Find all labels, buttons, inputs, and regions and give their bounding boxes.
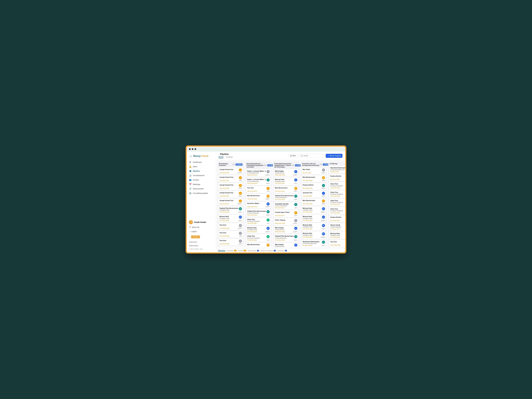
sidebar-item-pipeline[interactable]: ▦ Pipeline (187, 169, 216, 173)
avatar: JA (239, 168, 242, 171)
card-id: VPO-2023-0095 (275, 199, 285, 200)
interessenten-icon: 🔗 (189, 188, 191, 190)
search-input[interactable] (304, 155, 323, 157)
list-item[interactable]: Mira MustermannMMVPO-2023-009815EH (301, 175, 326, 182)
list-item[interactable]: Michael Held& Angelina HeldMHAST-2023-00… (246, 226, 271, 234)
sidebar-item-umsatzbericht[interactable]: 📊 Umsatzbericht (187, 173, 216, 177)
list-item[interactable]: Mar ClientMCSS-Kuh-792010EH (301, 167, 326, 175)
sidebar-item-dashboard[interactable]: ⊞ Dashboard (187, 160, 216, 164)
list-item[interactable]: Will Ichhabe& Maria Will SoWIDWA-2023-00… (274, 169, 298, 177)
sidebar-link-impressum[interactable]: Impressum (187, 240, 216, 244)
card-amount: 50EH (238, 211, 242, 213)
sidebar-item-demo[interactable]: 📍 Demo-GS (187, 225, 216, 229)
list-item[interactable]: Client Test& Joshua ContractorCTJTE-2024… (329, 207, 345, 215)
list-item[interactable]: Daniel111 WalterDWDWA-2023-0097222EH (246, 202, 271, 209)
list-item[interactable]: Paulina EhrlichPEAS-Picea-0735 (329, 174, 345, 181)
card-name: Test User (219, 240, 226, 241)
sidebar-item-inbox[interactable]: 🔔 Inbox (187, 164, 216, 169)
list-item[interactable]: Test TestTTSSU-2023-0008 (329, 240, 345, 247)
list-item[interactable]: Joseph Actual TestJAJSA-2023-0078212EH (218, 167, 243, 175)
list-item[interactable]: Will Ichhabe& Maria Will SoWIDWA-2023-00… (274, 226, 298, 234)
list-item[interactable]: Mira MustermannMMVPO-2024-... (218, 246, 243, 247)
list-item[interactable]: Client Test& Joshua ContractorCTJTE-2023… (246, 217, 271, 225)
column-header: In Klärung (328, 162, 345, 165)
bottom-tab-kombination[interactable]: Kombination4 (248, 250, 259, 252)
list-item[interactable]: Paulina EhrlichPEEST-2024-0005 (329, 215, 345, 222)
list-item[interactable]: Test UserGTGTE-2023-009010EH (218, 239, 243, 246)
list-item[interactable]: Joseph Actual TestJAJSA-2023-008712EH (218, 191, 243, 198)
new-vorgang-button[interactable]: ＋ Neuer Vorgang (326, 154, 342, 158)
card-name: VladimirTEst Mustermann (219, 207, 238, 209)
inbox-icon: 🔔 (189, 165, 191, 168)
list-item[interactable]: Client Test& Joshua ContractorCTJTE-2024… (329, 199, 345, 206)
list-item[interactable]: Test UserGTGTE-2023-0100123EH (218, 223, 243, 230)
list-item[interactable]: VladimirTEst Mustermann& Xenia Musterfra… (274, 234, 298, 242)
card-amount: 900EH (321, 236, 325, 238)
list-item[interactable]: Michael Held& Angelina HeldMHAST-2023-00… (301, 215, 326, 222)
filter-button[interactable]: ⧎ Filter (288, 154, 298, 158)
sidebar-item-kunden[interactable]: 👥 Kunden (187, 177, 216, 182)
pipeline-icon: ▦ (189, 170, 191, 172)
avatar: MH (322, 224, 325, 227)
maximize-button[interactable] (195, 148, 196, 150)
tab-vorgaenge[interactable]: Vorgänge (226, 156, 233, 158)
bottom-tab-eigenes-vorhaben[interactable]: Eigenes Vorhaben2 (261, 250, 276, 252)
list-item[interactable]: Joseph Actual TestJAJSA-2023-0077380EH (218, 198, 243, 206)
list-item[interactable]: Test UserGTGTE-2023-00911EH (218, 231, 243, 238)
list-item[interactable]: Vision TagungVTDWA-2023-0069333EH (274, 218, 298, 225)
avatar: JT (322, 192, 325, 195)
sidebar-link-datenschutz[interactable]: Datenschutz (187, 244, 216, 247)
list-item[interactable]: Joshua2 TestJTJTE-2023-006523EH (301, 191, 326, 198)
list-item[interactable]: SkyClient1 Nachname1& ContractorName Esl… (329, 166, 345, 173)
list-item[interactable]: Daniel_2_Kunde Walter_2& Test Mustermann… (246, 177, 271, 185)
list-item[interactable]: Joseph Agent ClientJAJAG-2023-007312EH (274, 210, 298, 217)
kanban-column-col4: 'Investiere mit uns' Antragsunterzeichnu… (301, 162, 327, 247)
list-item[interactable]: Mira MustermannMMVPO-2024-0003300EH (246, 194, 271, 201)
list-item[interactable]: Michael Held& Angelina HeldMHAST-2023-00… (301, 231, 326, 239)
list-item[interactable]: Joseph Actual TestJAJSA-2023-008612EH (218, 183, 243, 190)
list-item[interactable]: Michael Held& Angelina HeldMHAST-2023-00… (301, 206, 326, 214)
bottom-tab-übersicht[interactable]: Übersicht (218, 250, 225, 252)
bottom-tab-sonstiges[interactable]: Sonstiges4 (278, 250, 287, 252)
list-item[interactable]: VladimirTEst Mustermann& Angelina HeldVM… (218, 206, 243, 214)
card-subtitle: & Test Mustermann (247, 181, 266, 182)
list-item[interactable]: VladimirTEst Mustermann& Xenia Musterfra… (246, 209, 271, 217)
avatar: MH (322, 215, 325, 219)
list-item[interactable]: Client Test& Joshua ContractorCTJTE-2024… (329, 182, 345, 190)
list-item[interactable]: Mira MustermannMMVPO-... (246, 243, 271, 247)
list-item[interactable]: Skyznn Zarab& Sded DedsdedSZJT-Carya-717… (329, 223, 345, 231)
list-item[interactable]: Mira MustermannMMVPO-2023-010120EH (274, 186, 298, 193)
list-item[interactable]: Michael Held& Angelina HeldMHAST-2023-00… (329, 232, 345, 239)
close-button[interactable] (189, 148, 191, 150)
sidebar-item-immobilienprojekte[interactable]: 🏢 Immobilienprojekte (187, 191, 216, 195)
sidebar-item-logout[interactable]: → Logout (187, 229, 216, 234)
list-item[interactable]: Daniel_2_Kunde Walter_2& Test Mustermann… (246, 169, 271, 177)
tab-board[interactable]: Board (219, 156, 223, 158)
kanban-column-col1: Erkundungs-Gespräch10%1,934EHJoseph Actu… (217, 162, 244, 247)
list-item[interactable]: Will Ichhabe& Maria Will SoWIDWA-... (274, 243, 298, 247)
list-item[interactable]: VladimirTEst Mustermann& Xenia Musterfra… (274, 194, 298, 201)
card-name: Test Test (330, 241, 337, 243)
avatar: JS (189, 220, 193, 224)
card-subtitle: & Angelina Held (303, 234, 312, 236)
sidebar-item-meetings[interactable]: 📅 Meetings (187, 182, 216, 186)
list-item[interactable]: Michael Held& Angelina HeldMHAST-2023-00… (274, 177, 298, 185)
list-item[interactable]: Michael Held& Angelina HeldMHAST-2023-00… (218, 215, 243, 222)
card-amount: 50EH (294, 239, 297, 241)
bottom-tab-immobilie[interactable]: Immobilie73 (227, 250, 237, 252)
list-item[interactable]: Mira MustermannMMVPO-2023-008140EH (301, 198, 326, 206)
bottom-tab-anlage[interactable]: Anlage11 (238, 250, 246, 252)
list-item[interactable]: Test TestTTSSK-2023-00131EH (246, 186, 271, 193)
list-item[interactable]: Paulina EhrlichPEAS-Giraffe-822237EH (301, 183, 326, 190)
list-item[interactable]: Test22322 Client22& Test Contractor23TCS… (274, 202, 298, 210)
list-item[interactable]: Joseph Actual TestJAJSA-2024-00012EH (218, 175, 243, 182)
list-item[interactable]: SkyClient1 Nachname1& ContractorName Esl… (301, 240, 326, 247)
back-icon[interactable]: ‹ (219, 153, 219, 155)
list-item[interactable]: Michael Held& Angelina HeldMHAST-2023-00… (301, 223, 326, 231)
minimize-button[interactable] (192, 148, 193, 150)
card-amount: 20EH (294, 190, 297, 192)
sidebar-item-interessenten[interactable]: 🔗 Interessenten (187, 186, 216, 191)
list-item[interactable]: Client Test& Joshua ContractorCTJTE-2024… (329, 190, 345, 198)
list-item[interactable]: Client Test& Joshua ContractorCTJTE-2023… (246, 234, 271, 242)
avatar: JA (239, 200, 242, 203)
